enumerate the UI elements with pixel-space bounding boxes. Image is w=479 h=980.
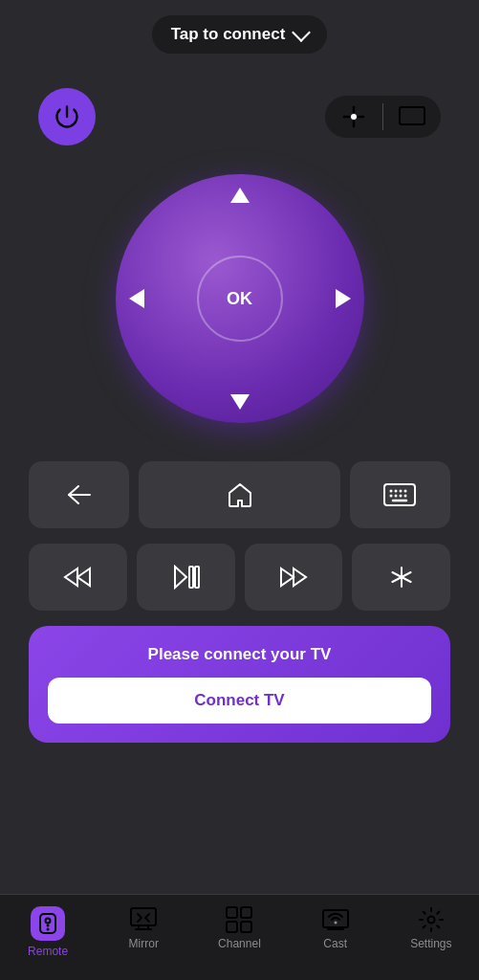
main-content: OK <box>0 69 479 894</box>
back-button[interactable] <box>29 461 129 528</box>
nav-item-channel[interactable]: Channel <box>206 906 272 950</box>
nav-item-cast[interactable]: Cast <box>302 906 369 950</box>
chevron-down-icon <box>292 23 311 42</box>
nav-label-settings: Settings <box>410 937 451 950</box>
up-arrow-icon <box>230 188 250 203</box>
svg-rect-21 <box>195 567 199 588</box>
svg-marker-22 <box>281 568 294 586</box>
connect-label: Tap to connect <box>171 25 286 44</box>
home-button[interactable] <box>139 461 340 528</box>
svg-point-37 <box>334 922 337 924</box>
move-button[interactable] <box>340 103 367 130</box>
down-arrow-icon <box>230 394 250 410</box>
dpad-down-button[interactable] <box>230 394 250 410</box>
play-pause-button[interactable] <box>137 544 235 611</box>
channel-icon <box>226 906 252 933</box>
svg-rect-34 <box>227 922 237 932</box>
dpad-container: OK <box>116 174 364 423</box>
right-arrow-icon <box>336 289 351 308</box>
connect-pill[interactable]: Tap to connect <box>152 15 328 54</box>
nav-label-remote: Remote <box>28 945 68 958</box>
nav-item-mirror[interactable]: Mirror <box>110 906 177 950</box>
nav-label-channel: Channel <box>218 937 261 950</box>
connect-banner: Please connect your TV Connect TV <box>29 626 450 743</box>
mirror-icon <box>130 906 157 933</box>
nav-label-mirror: Mirror <box>129 937 159 950</box>
left-arrow-icon <box>129 289 144 308</box>
keyboard-button[interactable] <box>350 461 450 528</box>
svg-point-0 <box>351 114 357 120</box>
dpad-left-button[interactable] <box>129 289 144 308</box>
svg-rect-5 <box>400 107 425 124</box>
svg-rect-33 <box>241 907 251 918</box>
bottom-nav: Remote Mirror Channel <box>0 894 479 980</box>
svg-marker-19 <box>175 567 186 588</box>
svg-rect-32 <box>227 907 237 918</box>
svg-point-38 <box>427 917 434 924</box>
rewind-button[interactable] <box>29 544 127 611</box>
top-controls <box>29 88 450 145</box>
connect-tv-button[interactable]: Connect TV <box>48 678 431 724</box>
button-row-1 <box>29 461 450 528</box>
svg-marker-23 <box>294 568 306 586</box>
svg-marker-18 <box>77 568 90 586</box>
dpad-right-button[interactable] <box>336 289 351 308</box>
svg-rect-35 <box>241 922 251 932</box>
screen-button[interactable] <box>399 106 425 127</box>
divider <box>382 103 383 130</box>
fast-forward-button[interactable] <box>245 544 343 611</box>
ok-button[interactable]: OK <box>197 256 283 342</box>
cast-icon <box>322 906 349 933</box>
svg-rect-31 <box>131 908 156 925</box>
svg-rect-20 <box>189 567 193 588</box>
controls-group <box>325 96 441 138</box>
dpad-circle: OK <box>116 174 364 423</box>
power-button[interactable] <box>38 88 96 145</box>
svg-point-28 <box>46 919 51 924</box>
nav-item-remote[interactable]: Remote <box>14 906 81 958</box>
header: Tap to connect <box>0 0 479 69</box>
nav-item-settings[interactable]: Settings <box>398 906 465 950</box>
button-row-2 <box>29 544 450 611</box>
asterisk-button[interactable] <box>352 544 450 611</box>
connect-banner-text: Please connect your TV <box>148 645 332 664</box>
remote-icon-bg <box>31 906 65 941</box>
dpad-up-button[interactable] <box>230 188 250 203</box>
settings-icon <box>418 906 445 933</box>
nav-label-cast: Cast <box>323 937 347 950</box>
svg-marker-17 <box>65 568 77 586</box>
